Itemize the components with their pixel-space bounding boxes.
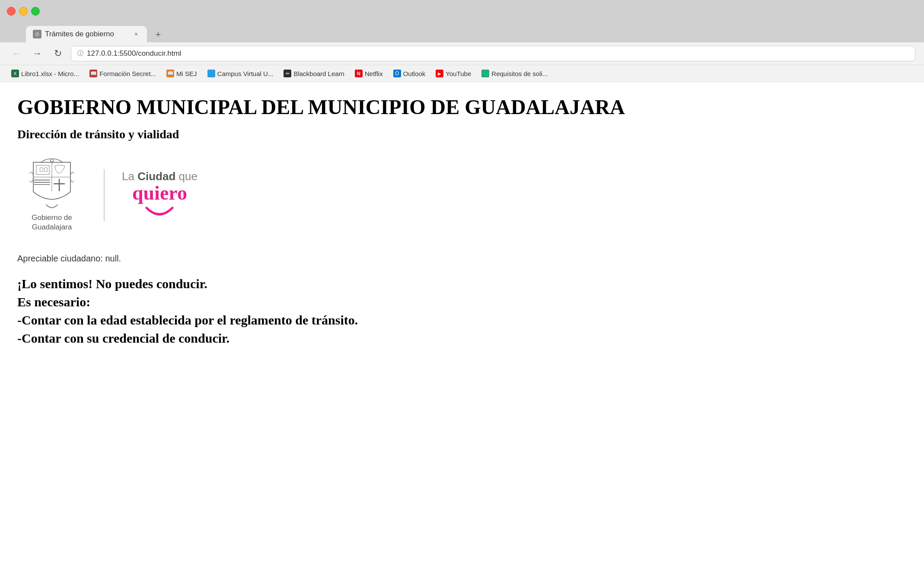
message-line4: -Contar con su credencial de conducir. — [17, 331, 907, 346]
svg-rect-4 — [40, 168, 43, 172]
bookmark-favicon-blackboard: ✏ — [284, 70, 291, 77]
page-subtitle: Dirección de tránsito y vialidad — [17, 127, 907, 141]
bookmark-formacion[interactable]: 📖 Formación Secret... — [85, 68, 160, 79]
address-text: 127.0.0.1:5500/conducir.html — [87, 49, 181, 58]
address-bar[interactable]: ⓘ 127.0.0.1:5500/conducir.html — [71, 46, 915, 61]
maximize-button[interactable] — [31, 7, 40, 16]
ciudad-quiero-text: quiero — [132, 183, 187, 203]
bookmark-label-outlook: Outlook — [403, 70, 426, 77]
svg-point-0 — [51, 159, 54, 162]
bookmark-outlook[interactable]: O Outlook — [389, 68, 430, 79]
page-main-title: GOBIERNO MUNICIPAL DEL MUNICIPIO DE GUAD… — [17, 95, 907, 119]
bookmark-label-misej: Mi SEJ — [176, 70, 197, 77]
minimize-button[interactable] — [19, 7, 28, 16]
logo-guadalajara: Gobierno deGuadalajara — [17, 159, 86, 232]
bookmark-favicon-formacion: 📖 — [89, 70, 97, 77]
coat-of-arms-icon — [26, 159, 78, 210]
bookmark-favicon-netflix: N — [355, 70, 363, 77]
bookmark-campus[interactable]: 🌐 Campus Virtual U... — [203, 68, 278, 79]
bookmark-label-blackboard: Blackboard Learn — [293, 70, 344, 77]
new-tab-button[interactable]: + — [150, 27, 166, 42]
bookmarks-bar: X Libro1.xlsx - Micro... 📖 Formación Sec… — [0, 65, 924, 82]
bookmark-blackboard[interactable]: ✏ Blackboard Learn — [279, 68, 349, 79]
message-line3: -Contar con la edad establecida por el r… — [17, 313, 907, 328]
forward-button[interactable]: → — [29, 46, 45, 61]
close-button[interactable] — [7, 7, 16, 16]
bookmark-favicon-youtube: ▶ — [436, 70, 443, 77]
smile-icon — [142, 206, 177, 221]
message-line2: Es necesario: — [17, 295, 907, 309]
traffic-lights — [7, 7, 40, 16]
browser-window: ⊙ Trámites de gobierno × + ← → ↻ ⓘ 127.0… — [0, 0, 924, 579]
tab-title: Trámites de gobierno — [45, 30, 129, 38]
back-icon: ← — [12, 48, 21, 59]
bookmark-label-netflix: Netflix — [365, 70, 383, 77]
bookmark-label-campus: Campus Virtual U... — [217, 70, 274, 77]
back-button[interactable]: ← — [9, 46, 24, 61]
logo-gobierno-text: Gobierno deGuadalajara — [32, 213, 72, 232]
active-tab[interactable]: ⊙ Trámites de gobierno × — [26, 26, 147, 42]
ciudad-text-line1: La Ciudad que — [122, 170, 198, 183]
bookmark-favicon-requisitos: 🌐 — [481, 70, 489, 77]
page-content: GOBIERNO MUNICIPAL DEL MUNICIPIO DE GUAD… — [0, 82, 924, 579]
nav-bar: ← → ↻ ⓘ 127.0.0.1:5500/conducir.html — [0, 42, 924, 65]
reload-button[interactable]: ↻ — [50, 46, 66, 61]
logo-section: Gobierno deGuadalajara La Ciudad que qui… — [17, 159, 907, 232]
bookmark-label-libro1: Libro1.xlsx - Micro... — [21, 70, 79, 77]
ciudadano-text: Apreciable ciudadano: null. — [17, 254, 907, 264]
bookmark-requisitos[interactable]: 🌐 Requisitos de soli... — [477, 68, 552, 79]
tab-favicon: ⊙ — [33, 30, 41, 38]
bookmark-label-youtube: YouTube — [446, 70, 471, 77]
bookmark-youtube[interactable]: ▶ YouTube — [431, 68, 475, 79]
bookmark-libro1[interactable]: X Libro1.xlsx - Micro... — [7, 68, 83, 79]
bookmark-misej[interactable]: 📖 Mi SEJ — [162, 68, 201, 79]
tabs-bar: ⊙ Trámites de gobierno × + — [0, 22, 924, 42]
bookmark-favicon-outlook: O — [393, 70, 401, 77]
bookmark-favicon-campus: 🌐 — [207, 70, 215, 77]
logo-divider — [104, 169, 105, 221]
reload-icon: ↻ — [54, 48, 62, 59]
logo-ciudad: La Ciudad que quiero — [122, 170, 198, 221]
forward-icon: → — [32, 48, 42, 59]
bookmark-label-requisitos: Requisitos de soli... — [491, 70, 548, 77]
bookmark-netflix[interactable]: N Netflix — [350, 68, 387, 79]
message-line1: ¡Lo sentimos! No puedes conducir. — [17, 277, 907, 291]
bookmark-favicon-misej: 📖 — [166, 70, 174, 77]
lock-icon: ⓘ — [77, 50, 83, 57]
bookmark-favicon-libro1: X — [11, 70, 19, 77]
title-bar — [0, 0, 924, 22]
bookmark-label-formacion: Formación Secret... — [99, 70, 156, 77]
tab-close-button[interactable]: × — [132, 30, 140, 38]
svg-rect-5 — [45, 168, 48, 172]
